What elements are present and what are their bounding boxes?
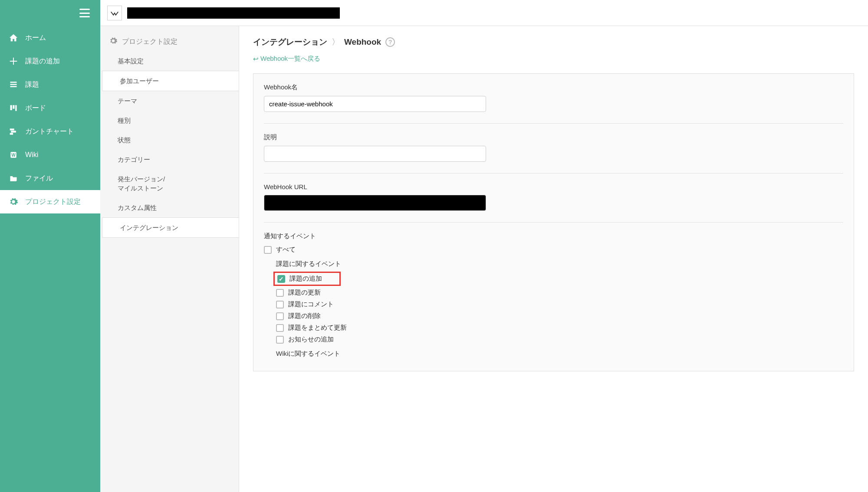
events-title: 通知するイベント [264, 232, 843, 240]
svg-rect-7 [11, 131, 16, 132]
help-icon[interactable]: ? [385, 37, 395, 47]
highlight-box: 課題の追加 [273, 272, 341, 286]
divider [264, 222, 843, 223]
nav-issues[interactable]: 課題 [0, 73, 100, 96]
gantt-icon [9, 127, 18, 136]
nav-wiki[interactable]: W Wiki [0, 143, 100, 167]
checkbox-issue-delete[interactable]: 課題の削除 [276, 312, 843, 320]
svg-rect-2 [10, 86, 17, 87]
svg-rect-5 [15, 105, 16, 111]
svg-rect-0 [10, 82, 17, 83]
checkbox-icon[interactable] [276, 336, 284, 344]
checkbox-issue-comment[interactable]: 課題にコメント [276, 300, 843, 308]
webhook-name-input[interactable] [264, 96, 486, 112]
webhook-name-label: Webhook名 [264, 83, 843, 92]
divider [264, 123, 843, 124]
svg-rect-6 [10, 129, 14, 130]
webhook-form: Webhook名 説明 WebHook URL 通知するイベント [253, 73, 854, 371]
settings-item-category[interactable]: カテゴリー [100, 150, 239, 169]
checkbox-issue-bulk[interactable]: 課題をまとめて更新 [276, 324, 843, 332]
main-sidebar: ホーム 課題の追加 課題 ボード ガントチャート W Wiki ファイル プロジ [0, 0, 100, 492]
nav-label: プロジェクト設定 [25, 197, 81, 207]
checkbox-label: 課題をまとめて更新 [288, 324, 347, 332]
settings-item-version[interactable]: 発生バージョン/ マイルストーン [100, 169, 239, 198]
plus-icon [9, 56, 18, 66]
checkbox-label: お知らせの追加 [288, 335, 334, 344]
settings-item-theme[interactable]: テーマ [100, 91, 239, 111]
gear-icon [109, 36, 118, 47]
nav-add-issue[interactable]: 課題の追加 [0, 49, 100, 73]
breadcrumb: インテグレーション 〉 Webhook ? [253, 36, 854, 48]
settings-item-integration[interactable]: インテグレーション [102, 217, 239, 238]
nav-label: ガントチャート [25, 127, 74, 136]
hamburger-icon[interactable] [79, 9, 90, 17]
gear-icon [9, 197, 18, 207]
svg-rect-1 [10, 84, 17, 85]
file-icon [9, 174, 18, 183]
settings-item-custom[interactable]: カスタム属性 [100, 198, 239, 217]
settings-sidebar: プロジェクト設定 基本設定 参加ユーザー テーマ 種別 状態 カテゴリー 発生バ… [100, 26, 239, 492]
webhook-desc-input[interactable] [264, 146, 486, 162]
settings-header-label: プロジェクト設定 [122, 37, 178, 46]
checkbox-all[interactable]: すべて [264, 246, 843, 254]
nav-board[interactable]: ボード [0, 96, 100, 120]
nav-label: 課題 [25, 80, 39, 89]
back-link[interactable]: ↩ Webhook一覧へ戻る [253, 55, 320, 63]
project-logo[interactable] [107, 6, 122, 20]
svg-rect-8 [10, 133, 13, 134]
breadcrumb-part1: インテグレーション [253, 36, 327, 48]
nav-project-settings[interactable]: プロジェクト設定 [0, 190, 100, 213]
webhook-url-input[interactable] [264, 195, 486, 211]
event-group-wiki: Wikiに関するイベント [276, 350, 843, 358]
nav-label: ホーム [25, 33, 46, 43]
checkbox-issue-update[interactable]: 課題の更新 [276, 289, 843, 297]
topbar [100, 0, 868, 26]
svg-rect-4 [13, 105, 14, 108]
webhook-url-label: WebHook URL [264, 183, 843, 190]
nav-label: ボード [25, 104, 46, 113]
list-icon [9, 80, 18, 89]
back-arrow-icon: ↩ [253, 55, 259, 63]
nav-label: Wiki [25, 151, 38, 159]
breadcrumb-part2: Webhook [344, 37, 381, 47]
webhook-desc-label: 説明 [264, 133, 843, 141]
home-icon [9, 33, 18, 43]
settings-header: プロジェクト設定 [100, 36, 239, 51]
settings-item-status[interactable]: 状態 [100, 130, 239, 150]
nav-label: 課題の追加 [25, 57, 60, 66]
main-panel: インテグレーション 〉 Webhook ? ↩ Webhook一覧へ戻る Web… [239, 26, 868, 492]
svg-text:W: W [11, 153, 16, 157]
checkbox-icon[interactable] [276, 312, 284, 320]
event-group-issues: 課題に関するイベント [276, 260, 843, 268]
breadcrumb-separator: 〉 [332, 36, 340, 48]
sidebar-top [0, 0, 100, 26]
checkbox-icon[interactable] [264, 246, 272, 254]
wiki-icon: W [9, 150, 18, 160]
checkbox-icon[interactable] [276, 324, 284, 332]
checkbox-label: 課題の削除 [288, 312, 321, 320]
nav-files[interactable]: ファイル [0, 167, 100, 190]
board-icon [9, 103, 18, 113]
project-title-redacted [127, 7, 340, 19]
divider [264, 173, 843, 174]
checkbox-icon[interactable] [276, 289, 284, 297]
svg-rect-3 [10, 105, 12, 110]
checkbox-issue-add[interactable]: 課題の追加 [277, 275, 322, 283]
checkbox-label: 課題にコメント [288, 300, 334, 308]
settings-item-users[interactable]: 参加ユーザー [102, 71, 239, 91]
nav-gantt[interactable]: ガントチャート [0, 120, 100, 143]
checkbox-label: 課題の更新 [288, 289, 321, 297]
checkbox-icon[interactable] [277, 275, 285, 283]
checkbox-label: 課題の追加 [289, 275, 322, 283]
nav-home[interactable]: ホーム [0, 26, 100, 49]
back-link-label: Webhook一覧へ戻る [260, 55, 320, 63]
settings-item-type[interactable]: 種別 [100, 111, 239, 130]
nav-label: ファイル [25, 174, 53, 183]
checkbox-icon[interactable] [276, 301, 284, 308]
checkbox-label: すべて [276, 246, 296, 254]
checkbox-notice-add[interactable]: お知らせの追加 [276, 335, 843, 344]
settings-item-basic[interactable]: 基本設定 [100, 51, 239, 71]
